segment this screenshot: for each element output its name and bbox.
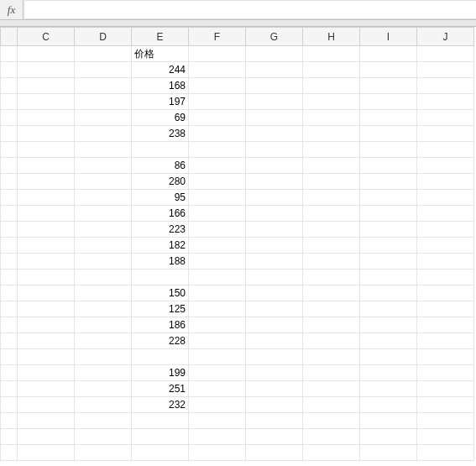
cell[interactable] bbox=[246, 285, 303, 301]
cell-stub[interactable] bbox=[1, 349, 18, 365]
cell[interactable] bbox=[246, 142, 303, 158]
cell[interactable] bbox=[18, 365, 75, 381]
cell[interactable] bbox=[360, 285, 417, 301]
cell[interactable] bbox=[246, 174, 303, 190]
cell[interactable] bbox=[303, 365, 360, 381]
cell[interactable] bbox=[18, 206, 75, 222]
cell[interactable] bbox=[246, 349, 303, 365]
cell[interactable] bbox=[189, 349, 246, 365]
cell[interactable] bbox=[18, 190, 75, 206]
cell[interactable] bbox=[75, 206, 132, 222]
cell[interactable] bbox=[360, 110, 417, 126]
cell[interactable] bbox=[246, 158, 303, 174]
cell[interactable] bbox=[75, 381, 132, 397]
cell[interactable] bbox=[75, 445, 132, 461]
cell-stub[interactable] bbox=[1, 126, 18, 142]
cell[interactable] bbox=[303, 381, 360, 397]
cell[interactable] bbox=[417, 142, 474, 158]
cell[interactable] bbox=[75, 46, 132, 62]
cell[interactable] bbox=[246, 206, 303, 222]
cell[interactable] bbox=[75, 270, 132, 285]
cell-stub[interactable] bbox=[1, 174, 18, 190]
cell[interactable] bbox=[246, 429, 303, 445]
cell[interactable] bbox=[417, 222, 474, 238]
cell[interactable] bbox=[246, 238, 303, 254]
cell[interactable] bbox=[303, 349, 360, 365]
cell[interactable] bbox=[246, 190, 303, 206]
cell[interactable] bbox=[360, 238, 417, 254]
cell[interactable] bbox=[417, 126, 474, 142]
col-header-h[interactable]: H bbox=[303, 28, 360, 46]
cell[interactable] bbox=[75, 301, 132, 317]
cell[interactable] bbox=[189, 110, 246, 126]
cell[interactable] bbox=[18, 285, 75, 301]
cell[interactable] bbox=[246, 397, 303, 413]
cell[interactable] bbox=[189, 270, 246, 285]
cell[interactable]: 223 bbox=[132, 222, 189, 238]
cell[interactable] bbox=[18, 174, 75, 190]
cell[interactable] bbox=[360, 413, 417, 429]
cell[interactable] bbox=[417, 62, 474, 78]
cell[interactable] bbox=[75, 413, 132, 429]
cell-stub[interactable] bbox=[1, 381, 18, 397]
cell[interactable]: 280 bbox=[132, 174, 189, 190]
cell[interactable] bbox=[132, 349, 189, 365]
cell-stub[interactable] bbox=[1, 222, 18, 238]
cell[interactable] bbox=[360, 270, 417, 285]
cell[interactable] bbox=[417, 317, 474, 333]
cell[interactable] bbox=[417, 206, 474, 222]
cell[interactable] bbox=[75, 78, 132, 94]
cell[interactable] bbox=[189, 365, 246, 381]
cell[interactable] bbox=[360, 222, 417, 238]
cell[interactable]: 238 bbox=[132, 126, 189, 142]
spreadsheet-grid[interactable]: CDEFGHIJ 价格24416819769238862809516622318… bbox=[0, 27, 476, 461]
cell[interactable] bbox=[303, 78, 360, 94]
col-header-d[interactable]: D bbox=[75, 28, 132, 46]
cell[interactable] bbox=[417, 301, 474, 317]
cell[interactable] bbox=[246, 413, 303, 429]
cell[interactable] bbox=[189, 301, 246, 317]
cell[interactable] bbox=[417, 94, 474, 110]
cell[interactable] bbox=[360, 301, 417, 317]
cell[interactable] bbox=[417, 158, 474, 174]
cell[interactable] bbox=[75, 174, 132, 190]
cell[interactable] bbox=[360, 317, 417, 333]
cell[interactable] bbox=[18, 301, 75, 317]
cell[interactable] bbox=[303, 94, 360, 110]
cell[interactable] bbox=[246, 62, 303, 78]
cell[interactable] bbox=[303, 445, 360, 461]
cell-stub[interactable] bbox=[1, 365, 18, 381]
cell[interactable] bbox=[360, 429, 417, 445]
cell[interactable] bbox=[303, 206, 360, 222]
cell-stub[interactable] bbox=[1, 142, 18, 158]
cell[interactable]: 199 bbox=[132, 365, 189, 381]
cell[interactable] bbox=[246, 317, 303, 333]
cell[interactable] bbox=[303, 413, 360, 429]
cell-stub[interactable] bbox=[1, 429, 18, 445]
cell-stub[interactable] bbox=[1, 301, 18, 317]
col-header-g[interactable]: G bbox=[246, 28, 303, 46]
cell-stub[interactable] bbox=[1, 158, 18, 174]
cell[interactable] bbox=[360, 94, 417, 110]
cell[interactable]: 186 bbox=[132, 317, 189, 333]
cell[interactable] bbox=[246, 333, 303, 349]
cell[interactable]: 244 bbox=[132, 62, 189, 78]
cell[interactable]: 188 bbox=[132, 254, 189, 270]
cell[interactable]: 125 bbox=[132, 301, 189, 317]
cell[interactable] bbox=[360, 381, 417, 397]
cell[interactable] bbox=[189, 190, 246, 206]
cell[interactable]: 95 bbox=[132, 190, 189, 206]
cell[interactable] bbox=[189, 317, 246, 333]
cell[interactable] bbox=[303, 317, 360, 333]
cell[interactable] bbox=[417, 270, 474, 285]
cell[interactable] bbox=[75, 397, 132, 413]
cell[interactable] bbox=[303, 333, 360, 349]
cell[interactable] bbox=[303, 301, 360, 317]
cell[interactable] bbox=[132, 429, 189, 445]
cell[interactable] bbox=[417, 254, 474, 270]
cell-stub[interactable] bbox=[1, 62, 18, 78]
cell[interactable] bbox=[189, 94, 246, 110]
col-header-i[interactable]: I bbox=[360, 28, 417, 46]
cell[interactable] bbox=[18, 349, 75, 365]
cell[interactable] bbox=[75, 110, 132, 126]
